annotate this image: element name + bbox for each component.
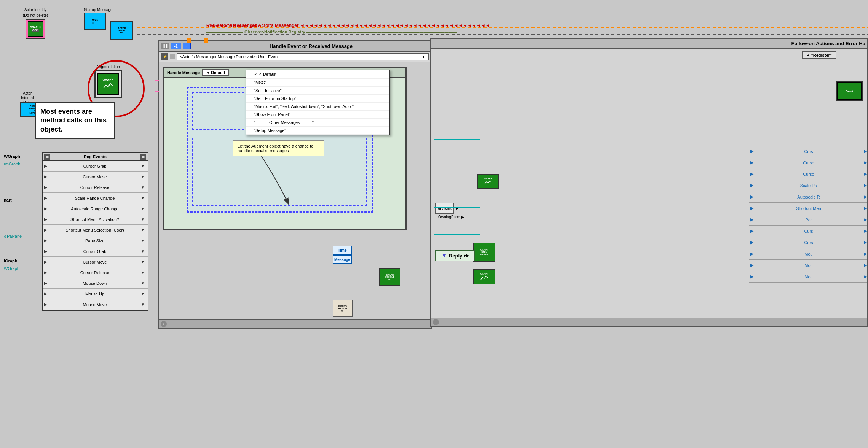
dropdown12[interactable]: ▼: [141, 281, 146, 285]
startup-message-area: Startup Message MSG✉: [84, 8, 113, 30]
arrow9: ▶: [44, 249, 49, 253]
graph-receive-msg-node[interactable]: GRAPHRECEIVEMSG: [379, 268, 400, 286]
reg-events-header: ☰ Reg Events ☰: [43, 153, 148, 161]
pink-wire-left2: [155, 91, 159, 92]
dropdown-menu: ✓ Default "MSG" "Self: Initialize" "Self…: [246, 70, 390, 135]
chart-label: hart: [4, 198, 12, 202]
actor-identity-label: Actor Identity: [24, 8, 46, 12]
cyan-wire-2: [434, 207, 480, 208]
reg-event-mouse-up[interactable]: ▶ Mouse Up ▼: [43, 289, 148, 299]
reply-label: Reply: [449, 253, 462, 259]
reply-area: ▼ Reply ▶▶: [435, 250, 475, 261]
dropdown1[interactable]: ▼: [141, 164, 146, 168]
graph-bottom-node[interactable]: GRAPH: [473, 269, 495, 284]
right-event-item-curs2[interactable]: ▶Curs▶: [749, 226, 867, 237]
actor-identity-vi[interactable]: GRAPH+OBJ: [26, 19, 45, 39]
default-text: Default: [211, 70, 225, 75]
dropdown5[interactable]: ▼: [141, 207, 146, 211]
reg-event-cursor-move-1[interactable]: ▶ Cursor Move ▼: [43, 172, 148, 182]
dropdown2[interactable]: ▼: [141, 175, 146, 179]
actors-messenger-label-display: ◄◄◄◄◄◄◄◄◄ This Actor's Messenger ◄◄◄◄◄◄◄…: [206, 23, 490, 28]
dropdown9[interactable]: ▼: [141, 249, 146, 253]
dropdown-self-error[interactable]: "Self: Error on Startup": [246, 95, 389, 103]
wgraph-label: WGraph: [4, 154, 20, 159]
dropdown-self-init[interactable]: "Self: Initialize": [246, 87, 389, 95]
event-selector-arrow: ▼: [421, 54, 426, 59]
right-event-item-par[interactable]: ▶Par▶: [749, 214, 867, 226]
reply-box[interactable]: ▼ Reply ▶▶: [435, 250, 475, 261]
reg-event-cursor-grab-2[interactable]: ▶ Cursor Grab ▼: [43, 246, 148, 257]
event-selector-text: <Actor's Messenger.Message Received>: Us…: [180, 54, 279, 59]
arrow10: ▶: [44, 260, 49, 264]
stop-button[interactable]: ▐▐: [161, 43, 169, 49]
event-selector[interactable]: <Actor's Messenger.Message Received>: Us…: [177, 53, 429, 60]
dropdown6[interactable]: ▼: [141, 217, 146, 221]
dropdown4[interactable]: ▼: [141, 196, 146, 200]
follow-on-header: Follow-on Actions and Error Ha: [431, 39, 867, 49]
reg-event-mouse-move[interactable]: ▶ Mouse Move ▼: [43, 299, 148, 310]
reg-event-mouse-down[interactable]: ▶ Mouse Down ▼: [43, 278, 148, 289]
wgraph2-label: WGraph: [4, 266, 19, 271]
reg-event-shortcut-activation[interactable]: ▶ Shortcut Menu Activation? ▼: [43, 214, 148, 225]
reg-event-cursor-release-2[interactable]: ▶ Cursor Release ▼: [43, 267, 148, 278]
reg-event-cursor-release-1[interactable]: ▶ Cursor Release ▼: [43, 182, 148, 193]
right-augment-vi[interactable]: Augmt: [836, 81, 863, 101]
event-name-pane-size: Pane Size: [49, 238, 141, 243]
dropdown10[interactable]: ▼: [141, 260, 146, 264]
right-event-item-curs1[interactable]: ▶Curs▶: [749, 146, 867, 157]
right-event-item-mou1[interactable]: ▶Mou▶: [749, 248, 867, 260]
dropdown-msg[interactable]: "MSG": [246, 79, 389, 87]
minus1-box[interactable]: -1: [171, 43, 181, 49]
reg-event-shortcut-selection[interactable]: ▶ Shortcut Menu Selection (User) ▼: [43, 225, 148, 235]
default-selector[interactable]: ◄ Default: [202, 69, 229, 76]
graph-inten-node[interactable]: GRAPHINTEN.GRAPH: [473, 243, 495, 262]
arrow2: ▶: [44, 175, 49, 179]
grphchrt-area: GrphChrt ▶ OwningPane ▶: [435, 203, 464, 219]
graph-node-1[interactable]: GRAPH: [477, 174, 499, 189]
pink-wire-left: [155, 80, 159, 81]
reg-event-pane-size[interactable]: ▶ Pane Size ▼: [43, 235, 148, 246]
reg-event-autoscale[interactable]: ▶ Autoscale Range Change ▼: [43, 203, 148, 214]
dropdown-default[interactable]: ✓ Default: [246, 70, 389, 79]
register-left-arrow: ◄: [806, 53, 810, 57]
startup-msg-box[interactable]: MSG✉: [84, 13, 106, 30]
dropdown-show-panel[interactable]: "Show Front Panel": [246, 111, 389, 119]
dropdown-macro-exit[interactable]: "Macro: Exit", "Self: Autoshutdown", "Sh…: [246, 103, 389, 111]
arrow6: ▶: [44, 217, 49, 221]
follow-on-info-icon: i: [433, 319, 439, 325]
dropdown13[interactable]: ▼: [141, 292, 146, 296]
arrow11: ▶: [44, 270, 49, 275]
dropdown11[interactable]: ▼: [141, 270, 146, 275]
right-event-item-curs3[interactable]: ▶Curs▶: [749, 237, 867, 248]
reg-event-cursor-move-2[interactable]: ▶ Cursor Move ▼: [43, 257, 148, 267]
grphchrt-box[interactable]: GrphChrt: [435, 203, 454, 214]
right-event-item-autoscale[interactable]: ▶Autoscale R▶: [749, 191, 867, 203]
right-event-item-curso2[interactable]: ▶Curso▶: [749, 168, 867, 180]
formgraph-label: rmGraph: [4, 162, 20, 166]
register-label: "Register": [811, 53, 832, 57]
reg-event-cursor-grab-1[interactable]: ▶ Cursor Grab ▼: [43, 161, 148, 172]
info-icon: i: [161, 321, 167, 327]
right-event-item-mou2[interactable]: ▶Mou▶: [749, 260, 867, 271]
event-name-mouse-down: Mouse Down: [49, 281, 141, 286]
reg-event-scale-range[interactable]: ▶ Scale Range Change ▼: [43, 193, 148, 203]
actor-identity-area: Actor Identity (Do not delete) GRAPH+OBJ: [23, 8, 48, 39]
register-box[interactable]: ◄ "Register": [802, 51, 836, 59]
right-event-item-scalera[interactable]: ▶Scale Ra▶: [749, 180, 867, 191]
dropdown-other-msgs[interactable]: "--------- Other Messages --------": [246, 119, 389, 127]
right-event-item-mou3[interactable]: ▶Mou▶: [749, 271, 867, 283]
dropdown8[interactable]: ▼: [141, 238, 146, 243]
dropdown7[interactable]: ▼: [141, 228, 146, 232]
main-canvas: This Actor's Messenger ◄◄◄◄◄◄◄◄◄ This Ac…: [0, 0, 868, 448]
dropdown3[interactable]: ▼: [141, 185, 146, 189]
reg-events-panel: ☰ Reg Events ☰ ▶ Cursor Grab ▼ ▶ Cursor …: [42, 152, 148, 311]
dropdown14[interactable]: ▼: [141, 302, 146, 307]
right-event-item-curso1[interactable]: ▶Curso▶: [749, 157, 867, 168]
blue-arrow[interactable]: ←: [183, 43, 191, 49]
dropdown-setup-msg[interactable]: "Setup Message": [246, 127, 389, 135]
handle-msg-title: Handle Message: [167, 70, 200, 75]
time-box: Time: [333, 246, 352, 255]
right-event-item-shortcut-menu[interactable]: ▶Shortcut Men▶: [749, 203, 867, 214]
arrow13: ▶: [44, 292, 49, 296]
actor-startup-box[interactable]: ACTORSTARTUP: [110, 21, 133, 40]
